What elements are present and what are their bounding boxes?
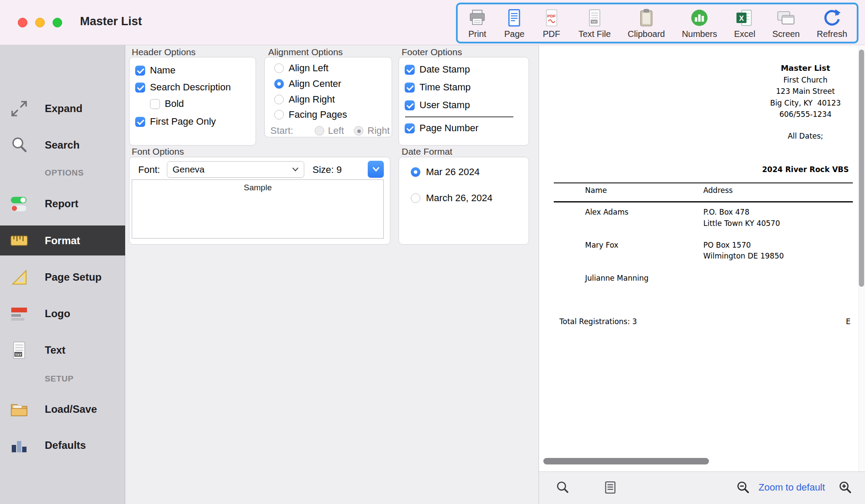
- preview-toolbar: Zoom to default: [539, 471, 865, 504]
- column-header-address: Address: [703, 186, 733, 195]
- toolbar-screen-button[interactable]: Screen: [772, 8, 800, 39]
- radio-row-align-right[interactable]: Align Right: [265, 94, 335, 105]
- user-stamp-checkbox[interactable]: [405, 100, 415, 110]
- horizontal-scrollbar[interactable]: [543, 458, 709, 464]
- align-center-radio[interactable]: [274, 79, 284, 89]
- table-cell-name: Julianne Manning: [585, 274, 649, 282]
- checkbox-row-first-page-only[interactable]: First Page Only: [130, 116, 216, 127]
- titlebar: Master List Print Page PDF PDF: [0, 0, 865, 45]
- facing-pages-radio[interactable]: [274, 110, 284, 119]
- checkbox-row-bold[interactable]: Bold: [130, 98, 184, 109]
- bold-checkbox[interactable]: [150, 99, 160, 109]
- toolbar-refresh-button[interactable]: Refresh: [817, 8, 847, 39]
- excel-icon: X: [735, 8, 755, 28]
- font-label: Font:: [138, 164, 160, 176]
- size-select-button[interactable]: [368, 161, 384, 178]
- column-header-name: Name: [585, 186, 607, 195]
- svg-text:X: X: [739, 14, 744, 22]
- checkbox-row-name[interactable]: Name: [130, 65, 176, 76]
- sidebar-item-load-save[interactable]: Load/Save: [0, 396, 125, 423]
- table-cell-address: Wilmington DE 19850: [703, 252, 784, 260]
- svg-text:PDF: PDF: [547, 13, 556, 18]
- date-stamp-checkbox[interactable]: [405, 65, 415, 75]
- start-left-radio[interactable]: [315, 126, 324, 136]
- first-page-only-checkbox[interactable]: [135, 117, 145, 127]
- table-cell-address: PO Box 1570: [703, 241, 751, 249]
- zoom-to-default-link[interactable]: Zoom to default: [759, 482, 825, 493]
- sidebar-item-page-setup[interactable]: Page Setup: [0, 264, 125, 291]
- search-icon: [8, 135, 30, 155]
- pdf-icon: PDF: [542, 8, 562, 28]
- radio-row-align-center[interactable]: Align Center: [265, 78, 341, 90]
- checkbox-row-page-number[interactable]: Page Number: [399, 123, 479, 134]
- alignment-options-title: Alignment Options: [268, 47, 343, 57]
- zoom-out-button[interactable]: [736, 480, 751, 495]
- bar-chart-icon: [8, 435, 30, 455]
- toolbar-clipboard-button[interactable]: Clipboard: [628, 8, 665, 39]
- zoom-window-button[interactable]: [53, 18, 62, 27]
- radio-row-date-short[interactable]: Mar 26 2024: [399, 166, 480, 178]
- font-options-group: Font: Geneva Size: 9 Sample: [129, 157, 390, 245]
- toolbar-page-button[interactable]: Page: [504, 8, 525, 39]
- table-top-rule: [554, 182, 853, 183]
- report-view-button[interactable]: [603, 480, 618, 495]
- report-address-line1: 123 Main Street: [719, 86, 865, 97]
- close-window-button[interactable]: [18, 18, 27, 27]
- report-org: First Church: [719, 74, 865, 86]
- checkbox-row-time-stamp[interactable]: Time Stamp: [399, 82, 471, 93]
- date-short-radio[interactable]: [411, 167, 420, 177]
- folder-icon: [8, 399, 30, 419]
- chevron-down-icon: [373, 166, 379, 173]
- font-select[interactable]: Geneva: [167, 161, 304, 178]
- report-preview: Master List First Church 123 Main Street…: [539, 45, 865, 471]
- footer-options-group: Date Stamp Time Stamp User Stamp Page Nu…: [399, 57, 529, 146]
- numbers-icon: [689, 8, 709, 28]
- toolbar-pdf-button[interactable]: PDF PDF: [542, 8, 562, 39]
- radio-row-facing-pages[interactable]: Facing Pages: [265, 109, 347, 120]
- font-sample-box: Sample: [132, 179, 384, 239]
- report-title: Master List: [719, 63, 865, 74]
- toolbar-numbers-button[interactable]: Numbers: [682, 8, 717, 39]
- date-long-radio[interactable]: [411, 193, 420, 203]
- sidebar-item-search[interactable]: Search: [0, 132, 125, 159]
- checkbox-row-date-stamp[interactable]: Date Stamp: [399, 64, 470, 75]
- start-label: Start:: [270, 125, 293, 136]
- align-left-radio[interactable]: [274, 63, 284, 73]
- zoom-in-button[interactable]: [838, 480, 853, 495]
- toolbar-text-file-button[interactable]: TXT Text File: [579, 8, 611, 39]
- checkbox-row-search-description[interactable]: Search Description: [130, 82, 231, 93]
- report-address-line2: Big City, KY 40123: [719, 97, 865, 109]
- sidebar-item-logo[interactable]: Logo: [0, 300, 125, 327]
- toolbar-excel-button[interactable]: X Excel: [734, 8, 755, 39]
- sidebar-item-defaults[interactable]: Defaults: [0, 432, 125, 459]
- expand-icon: [8, 99, 30, 119]
- table-cell-address: P.O. Box 478: [703, 208, 749, 216]
- set-square-icon: [8, 267, 30, 287]
- vertical-scrollbar[interactable]: [859, 50, 864, 287]
- footer-options-title: Footer Options: [402, 47, 462, 57]
- align-right-radio[interactable]: [274, 95, 284, 104]
- minimize-window-button[interactable]: [35, 18, 45, 27]
- ruler-icon: [8, 231, 30, 251]
- font-sample-text: Sample: [132, 180, 383, 192]
- radio-row-align-left[interactable]: Align Left: [265, 63, 329, 74]
- report-page: Master List First Church 123 Main Street…: [539, 45, 865, 471]
- magnifier-tool-button[interactable]: [555, 480, 570, 495]
- total-registrations: Total Registrations: 3: [559, 317, 637, 326]
- search-description-checkbox[interactable]: [135, 83, 145, 93]
- sidebar-item-text[interactable]: TXT Text: [0, 337, 125, 364]
- name-checkbox[interactable]: [135, 66, 145, 76]
- time-stamp-checkbox[interactable]: [405, 83, 415, 93]
- start-right-radio[interactable]: [354, 126, 363, 136]
- page-number-checkbox[interactable]: [405, 123, 415, 133]
- radio-row-date-long[interactable]: March 26, 2024: [399, 192, 492, 204]
- sidebar: Expand Search OPTIONS Report Format Page: [0, 45, 125, 504]
- toolbar-print-button[interactable]: Print: [467, 8, 487, 39]
- sidebar-item-format[interactable]: Format: [0, 225, 125, 255]
- sidebar-item-report[interactable]: Report: [0, 190, 125, 217]
- sidebar-section-setup: SETUP: [45, 374, 73, 384]
- sidebar-item-expand[interactable]: Expand: [0, 95, 125, 122]
- checkbox-row-user-stamp[interactable]: User Stamp: [399, 99, 470, 111]
- font-options-title: Font Options: [132, 146, 184, 157]
- window-title: Master List: [80, 15, 142, 28]
